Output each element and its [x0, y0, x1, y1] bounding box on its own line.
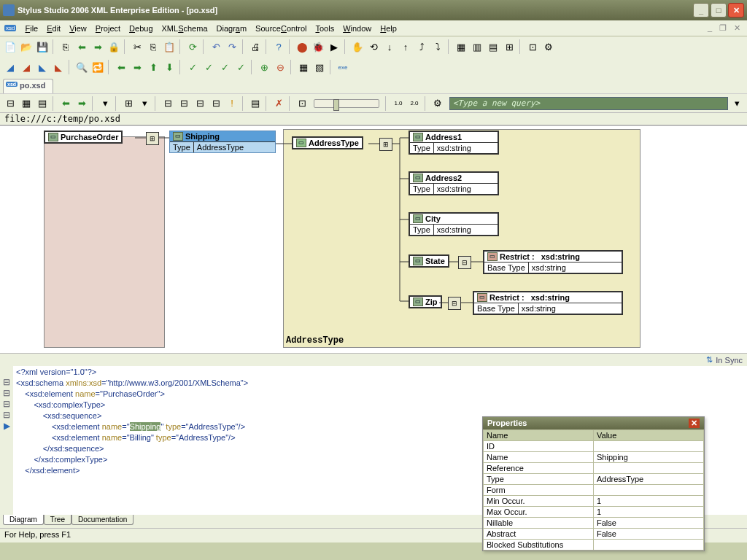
document-tab-poxsd[interactable]: po.xsd [3, 79, 53, 93]
menu-view[interactable]: View [69, 24, 87, 33]
print-icon[interactable]: 🖨 [248, 39, 263, 54]
property-row[interactable]: ID [484, 441, 704, 452]
node-address1[interactable]: ▭Address1 Typexsd:string [409, 131, 499, 155]
connector-po[interactable]: ⊞ [146, 132, 159, 145]
menu-file[interactable]: File [25, 24, 38, 33]
node-state[interactable]: ▭State [409, 254, 449, 268]
sb-delete-icon[interactable]: ✗ [271, 96, 286, 111]
find-icon[interactable]: 🔍 [74, 60, 89, 74]
sb-icon-9[interactable]: ⊟ [193, 96, 207, 111]
diagram-area[interactable]: ▭PurchaseOrder ⊞ ▭Shipping TypeAddressTy… [0, 125, 747, 353]
lock-icon[interactable]: 🔒 [107, 39, 121, 54]
debug-play-icon[interactable]: ▶ [327, 39, 341, 54]
new-icon[interactable]: 📄 [3, 39, 18, 54]
sb-icon-6[interactable]: ▾ [137, 96, 152, 111]
marker-icon[interactable]: ▶ [0, 421, 13, 432]
open-icon[interactable]: 📂 [19, 39, 34, 54]
menu-diagram[interactable]: Diagram [217, 24, 247, 33]
nav5-icon[interactable]: ⤴ [414, 39, 429, 54]
tab-diagram[interactable]: Diagram [3, 515, 44, 525]
property-row[interactable]: Max Occur.1 [484, 507, 704, 518]
remove-icon[interactable]: ⊖ [273, 60, 287, 74]
t2-icon-5[interactable]: ⬅ [114, 60, 128, 74]
fold-icon[interactable]: ⊟ [0, 410, 13, 421]
mdi-close[interactable]: ✕ [732, 23, 743, 33]
sb-icon-3[interactable]: ▤ [35, 96, 50, 111]
connector-zip[interactable]: ⊟ [448, 297, 461, 310]
maximize-button[interactable]: □ [711, 3, 727, 18]
properties-close-icon[interactable]: ✕ [689, 419, 700, 428]
t2-icon-3[interactable]: ◣ [35, 60, 50, 74]
t2-icon-10[interactable]: ▧ [312, 60, 327, 74]
node-address2[interactable]: ▭Address2 Typexsd:string [409, 171, 499, 195]
minimize-button[interactable]: _ [693, 3, 709, 18]
grid-icon[interactable]: ⊡ [525, 39, 540, 54]
property-row[interactable]: Min Occur.1 [484, 496, 704, 507]
properties-panel[interactable]: Properties ✕ NameValue ID NameShipping R… [482, 416, 705, 551]
property-row[interactable]: AbstractFalse [484, 529, 704, 540]
redo-icon[interactable]: ↷ [225, 39, 239, 54]
code-gutter[interactable]: ⊟ ⊟ ⊟ ⊟ ▶ [0, 366, 13, 515]
copy-icon[interactable]: ⎘ [58, 39, 73, 54]
zoom-slider[interactable] [314, 99, 379, 108]
debug-stop-icon[interactable]: ⬤ [295, 39, 309, 54]
property-row[interactable]: Reference [484, 463, 704, 474]
check4-icon[interactable]: ✓ [233, 60, 248, 74]
sb-back-icon[interactable]: ⬅ [58, 96, 73, 111]
add-icon[interactable]: ⊕ [257, 60, 271, 74]
sb-icon-2[interactable]: ▦ [19, 96, 34, 111]
win3-icon[interactable]: ▤ [486, 39, 500, 54]
check3-icon[interactable]: ✓ [217, 60, 232, 74]
node-shipping[interactable]: ▭Shipping TypeAddressType [169, 131, 276, 153]
save-icon[interactable]: 💾 [35, 39, 50, 54]
property-row[interactable]: Blocked Substitutions [484, 540, 704, 551]
sb-icon-1[interactable]: ⊟ [3, 96, 18, 111]
tab-documentation[interactable]: Documentation [71, 515, 133, 525]
win4-icon[interactable]: ⊞ [502, 39, 516, 54]
check2-icon[interactable]: ✓ [201, 60, 216, 74]
mdi-minimize[interactable]: _ [705, 23, 714, 33]
t2-icon-6[interactable]: ➡ [130, 60, 144, 74]
property-row[interactable]: TypeAddressType [484, 474, 704, 485]
nav-icon[interactable]: ✋ [350, 39, 365, 54]
sb-icon-5[interactable]: ⊞ [121, 96, 136, 111]
exe-icon[interactable]: exe [336, 60, 350, 74]
menu-window[interactable]: Window [343, 24, 371, 33]
sb-icon-13[interactable]: ⚙ [430, 96, 445, 111]
tab-tree[interactable]: Tree [44, 515, 71, 525]
menu-edit[interactable]: Edit [47, 24, 61, 33]
property-row[interactable]: NameShipping [484, 452, 704, 463]
pref-icon[interactable]: ⚙ [541, 39, 556, 54]
nav3-icon[interactable]: ↓ [382, 39, 397, 54]
node-purchaseorder[interactable]: ▭PurchaseOrder [44, 131, 123, 144]
sb-icon-7[interactable]: ⊟ [160, 96, 175, 111]
fold-icon[interactable]: ⊟ [0, 377, 13, 388]
sb-icon-4[interactable]: ▾ [98, 96, 112, 111]
connector-state[interactable]: ⊟ [458, 256, 471, 269]
node-restrict-zip[interactable]: ▭Restrict : xsd:string Base Typexsd:stri… [473, 291, 623, 315]
menu-sourcecontrol[interactable]: SourceControl [255, 24, 306, 33]
check1-icon[interactable]: ✓ [185, 60, 200, 74]
menu-file-icon[interactable]: xsd [4, 25, 16, 31]
paste-icon[interactable]: 📋 [162, 39, 177, 54]
node-city[interactable]: ▭City Typexsd:string [409, 212, 499, 236]
win2-icon[interactable]: ▥ [470, 39, 484, 54]
node-restrict-state[interactable]: ▭Restrict : xsd:string Base Typexsd:stri… [483, 250, 623, 274]
forward-icon[interactable]: ➡ [90, 39, 105, 54]
sb-fwd-icon[interactable]: ➡ [74, 96, 89, 111]
cut-icon[interactable]: ✂ [130, 39, 144, 54]
xpath-query-input[interactable]: <Type a new query> [449, 97, 728, 110]
sb-icon-10[interactable]: ⊟ [209, 96, 223, 111]
refresh-icon[interactable]: ⟳ [185, 39, 200, 54]
menu-project[interactable]: Project [96, 24, 120, 33]
fold-icon[interactable]: ⊟ [0, 399, 13, 410]
replace-icon[interactable]: 🔁 [90, 60, 105, 74]
fold-icon[interactable]: ⊟ [0, 388, 13, 399]
property-row[interactable]: NillableFalse [484, 518, 704, 529]
mdi-restore[interactable]: ❐ [717, 23, 729, 33]
sb-zoom10-icon[interactable]: 1.0 [391, 96, 406, 111]
win1-icon[interactable]: ▦ [454, 39, 468, 54]
t2-icon-9[interactable]: ▦ [296, 60, 311, 74]
nav2-icon[interactable]: ⟲ [366, 39, 381, 54]
property-row[interactable]: Form [484, 485, 704, 496]
